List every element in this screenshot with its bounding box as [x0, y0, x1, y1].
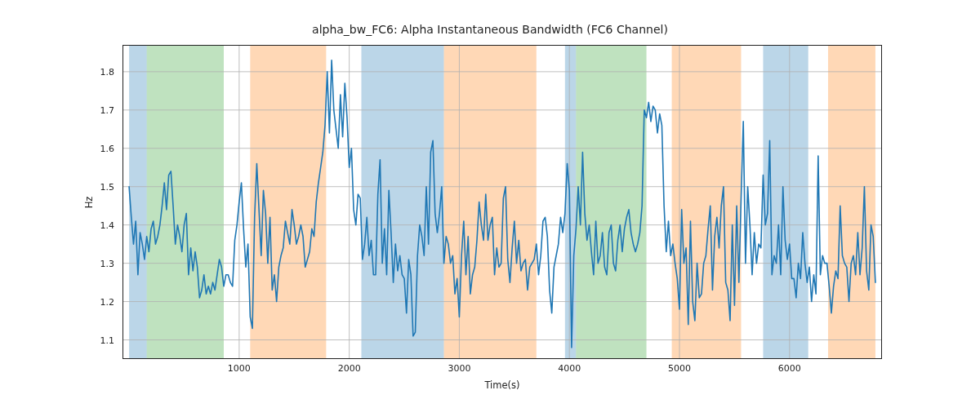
- x-tick-label: 2000: [338, 363, 361, 374]
- highlight-region: [828, 45, 875, 359]
- figure: alpha_bw_FC6: Alpha Instantaneous Bandwi…: [0, 0, 980, 408]
- y-tick-label: 1.4: [100, 220, 115, 230]
- highlight-region: [250, 45, 326, 359]
- x-tick-label: 5000: [668, 363, 691, 374]
- x-axis-label: Time(s): [122, 379, 882, 391]
- chart-title: alpha_bw_FC6: Alpha Instantaneous Bandwi…: [0, 23, 980, 36]
- highlight-region: [576, 45, 646, 359]
- y-axis-label: Hz: [83, 196, 95, 208]
- x-tick-label: 3000: [448, 363, 470, 374]
- highlight-region: [361, 45, 443, 359]
- y-tick-label: 1.6: [100, 143, 115, 153]
- x-tick-label: 6000: [778, 363, 801, 374]
- highlight-region: [444, 45, 537, 359]
- y-tick-label: 1.1: [100, 335, 115, 345]
- x-tick-label: 4000: [558, 363, 581, 374]
- highlight-region: [147, 45, 224, 359]
- y-tick-label: 1.8: [100, 66, 115, 77]
- y-tick-label: 1.7: [100, 104, 115, 115]
- axes: 1000 2000 3000 4000 5000 6000 1.1 1.2 1.…: [122, 45, 882, 359]
- highlight-region: [129, 45, 147, 359]
- x-tick-label: 1000: [228, 363, 251, 374]
- highlight-region: [763, 45, 808, 359]
- y-tick-label: 1.3: [100, 258, 115, 268]
- plot-area: [122, 45, 882, 359]
- y-tick-label: 1.5: [100, 181, 115, 192]
- y-tick-label: 1.2: [100, 296, 115, 307]
